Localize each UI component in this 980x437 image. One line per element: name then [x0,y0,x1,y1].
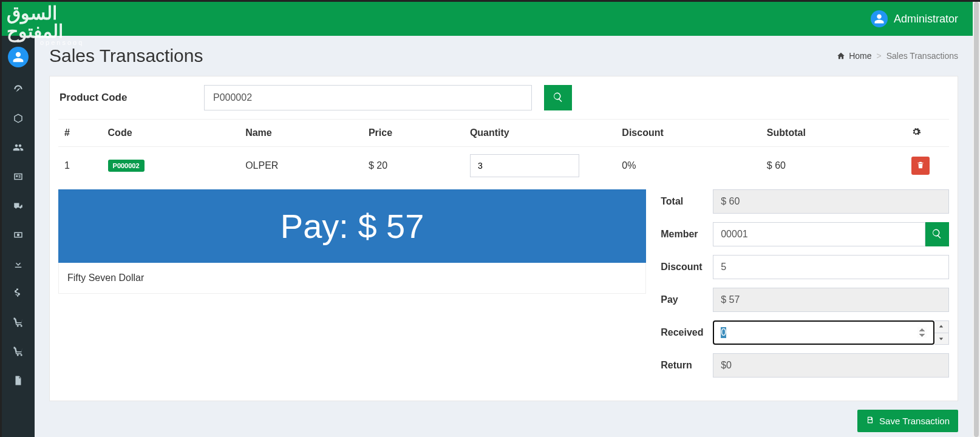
scrollbar-gutter[interactable] [973,2,980,437]
member-search-button[interactable] [925,222,949,246]
stepper-up[interactable] [934,321,948,333]
sidebar-item-sales[interactable] [2,309,35,338]
id-card-icon [13,171,24,185]
header-username: Administrator [894,13,958,25]
trash-icon [916,161,925,171]
search-icon [553,92,563,104]
product-code-search-button[interactable] [544,85,572,110]
th-qty: Quantity [464,120,616,147]
dollar-icon [13,288,24,301]
th-num: # [58,120,102,147]
breadcrumb: Home > Sales Transactions [837,51,958,61]
label-discount: Discount [661,262,713,273]
sidebar-item-card[interactable] [2,163,35,192]
discount-field[interactable] [713,255,949,279]
th-price: Price [362,120,464,147]
sidebar-item-pricing[interactable] [2,280,35,309]
watermark-line1: السوق المفتوح [7,4,116,41]
cell-discount: 0% [616,147,761,185]
cart2-icon [13,346,24,359]
product-code-input[interactable] [204,85,532,110]
download-icon [13,259,24,272]
save-transaction-button[interactable]: Save Transaction [857,410,958,432]
th-name: Name [239,120,362,147]
sidebar-item-purchase[interactable] [2,338,35,367]
page-head: Sales Transactions Home > Sales Transact… [35,36,973,71]
top-header: السوق المفتوح opensooq Administrator [2,2,973,36]
pay-field [713,288,949,312]
label-received: Received [661,327,713,338]
user-icon [871,10,888,27]
cell-qty [464,147,616,185]
sidebar [2,36,35,437]
quantity-input[interactable] [470,154,579,177]
breadcrumb-current: Sales Transactions [886,51,958,61]
header-user[interactable]: Administrator [871,10,973,27]
stepper-down[interactable] [934,333,948,345]
label-total: Total [661,196,713,207]
total-field [713,189,949,214]
dashboard-icon [13,84,24,97]
sidebar-item-customers[interactable] [2,134,35,163]
pay-words: Fifty Seven Dollar [58,263,646,294]
cart-icon [13,317,24,330]
cell-num: 1 [58,147,102,185]
breadcrumb-separator: > [877,51,882,61]
app-frame: السوق المفتوح opensooq Administrator [2,2,973,437]
product-code-row: Product Code [58,85,949,110]
summary-form: Total Member [661,189,949,386]
money-icon [13,229,24,243]
page-title: Sales Transactions [49,46,203,66]
th-code: Code [102,120,240,147]
label-return: Return [661,360,713,371]
pay-banner: Pay: $ 57 [58,189,646,263]
th-discount: Discount [616,120,761,147]
label-pay: Pay [661,294,713,305]
body-wrap: Sales Transactions Home > Sales Transact… [2,36,973,437]
cube-icon [13,113,24,126]
cell-actions [905,147,949,185]
product-code-label: Product Code [58,92,192,104]
truck-icon [13,200,24,214]
main: Sales Transactions Home > Sales Transact… [35,36,973,437]
label-member: Member [661,229,713,240]
cell-price: $ 20 [362,147,464,185]
gear-icon [911,128,921,138]
cell-name: OLPER [239,147,362,185]
received-field[interactable] [713,320,934,345]
sidebar-item-products[interactable] [2,105,35,134]
lower-area: Pay: $ 57 Fifty Seven Dollar Total Membe… [58,189,949,386]
cell-subtotal: $ 60 [761,147,906,185]
breadcrumb-home[interactable]: Home [837,51,871,61]
th-actions [905,120,949,147]
cell-code: P000002 [102,147,240,185]
panel: Product Code # Code Name [49,76,958,401]
sidebar-item-supplier[interactable] [2,192,35,222]
save-area: Save Transaction [35,405,973,437]
th-subtotal: Subtotal [761,120,906,147]
delete-row-button[interactable] [911,157,930,175]
file-icon [13,375,24,388]
received-stepper[interactable] [934,320,949,345]
product-code-badge: P000002 [108,160,145,172]
sidebar-item-dashboard[interactable] [2,76,35,105]
table-row: 1 P000002 OLPER $ 20 0% $ 60 [58,147,949,185]
save-button-label: Save Transaction [879,416,950,426]
sidebar-item-expense[interactable] [2,222,35,251]
table-header-row: # Code Name Price Quantity Discount Subt… [58,120,949,147]
sidebar-item-reports[interactable] [2,367,35,396]
search-icon [931,228,942,241]
member-field[interactable] [713,222,925,246]
sidebar-item-download[interactable] [2,251,35,280]
pay-area: Pay: $ 57 Fifty Seven Dollar [58,189,646,294]
users-icon [13,142,24,155]
sidebar-avatar[interactable] [8,47,29,67]
return-field [713,353,949,378]
cart-table: # Code Name Price Quantity Discount Subt… [58,119,949,185]
save-icon [866,416,874,426]
